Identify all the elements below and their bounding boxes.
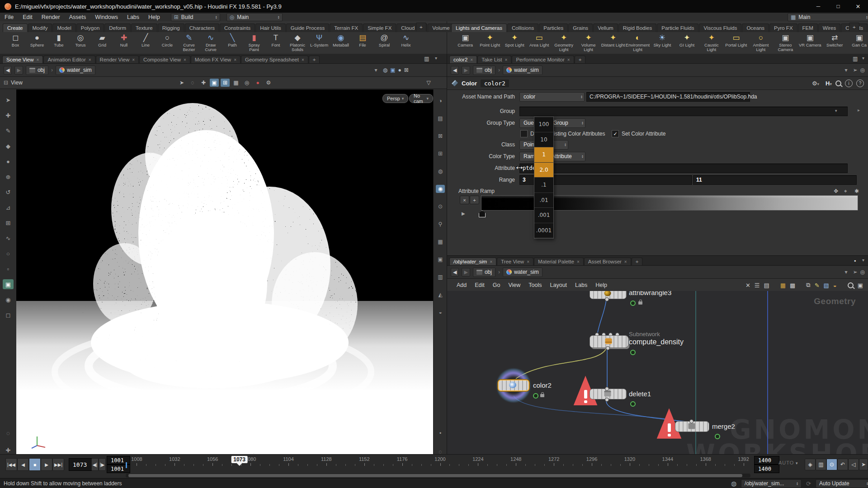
shelf-tool[interactable]: ✎ Curve Bezier — [178, 33, 200, 54]
context-selector[interactable]: /obj/water_sim... ▴▾ — [741, 479, 802, 488]
shelf-tool[interactable]: ✦ GI Light — [675, 33, 699, 54]
shelf-tool[interactable]: ▣ Gan Ca — [847, 33, 868, 54]
shelf-tab[interactable]: Create — [3, 23, 28, 32]
clock-badge-icon[interactable] — [630, 300, 636, 306]
pane-tab[interactable]: /obj/water_sim× — [449, 258, 496, 265]
persp-view-selector[interactable]: Persp▾ — [382, 94, 408, 103]
menu-item[interactable]: Labs — [123, 14, 144, 20]
minimize-button[interactable]: ─ — [808, 0, 828, 13]
shelf-tool[interactable]: ∿ Helix — [395, 33, 417, 54]
pane-tab[interactable]: Geometry Spreadsheet× — [241, 56, 308, 63]
tree-icon[interactable]: ☰ — [755, 282, 760, 289]
desktop-build-selector[interactable]: ⊞ Build ▴▾ — [171, 13, 220, 21]
spare-icon[interactable]: ◒ — [436, 308, 445, 316]
shelf-tab[interactable]: Guide Process — [286, 23, 329, 32]
lock-badge-icon[interactable] — [540, 394, 544, 397]
shelf-tool[interactable]: T Font — [265, 33, 287, 54]
help-icon[interactable]: ? — [856, 80, 864, 87]
shelf-tool[interactable]: ✦ Point Light — [477, 33, 502, 54]
close-tab-icon[interactable]: × — [577, 259, 580, 264]
shelf-tool[interactable]: ▰ Grid — [91, 33, 113, 54]
search-icon[interactable] — [835, 80, 841, 86]
back-icon[interactable]: ◀ — [451, 66, 459, 75]
asset-path-field[interactable]: C:/PROGRA~1/SIDEEF~1/HOUDIN~1.581/houdin… — [586, 92, 750, 102]
ramp-expand-icon[interactable]: ▶ — [462, 211, 465, 216]
ramp-anchor-icon[interactable]: ⌖ — [844, 188, 847, 194]
auto-key-dropdown-icon[interactable]: ▾ — [796, 461, 798, 465]
move-icon[interactable]: ✚ — [199, 79, 208, 87]
close-tab-icon[interactable]: × — [624, 259, 627, 264]
pane-tab[interactable]: Performance Monitor× — [512, 56, 574, 63]
shelf-tool[interactable]: ✦ Spot Light — [502, 33, 527, 54]
color-correction-icon[interactable]: ◈ — [805, 459, 816, 470]
grid-tool-icon[interactable]: ⊞ — [3, 218, 14, 228]
menu-item[interactable]: Windows — [90, 14, 123, 20]
shelf-tool[interactable]: ✦ Distant Light — [601, 33, 625, 54]
gear-icon[interactable]: ⚙ — [264, 79, 273, 87]
node-input-dot[interactable] — [605, 387, 609, 391]
bucket-icon[interactable]: ◒ — [833, 282, 837, 289]
shelf-tool[interactable]: ▭ Portal Light — [724, 33, 748, 54]
shelf-tool[interactable]: ╲ Path — [222, 33, 243, 54]
globe-icon[interactable]: ◍ — [731, 480, 736, 487]
menu-item[interactable]: Edit — [18, 14, 37, 20]
list-icon[interactable]: ▤ — [764, 282, 769, 289]
sculpt-tool-icon[interactable]: ◆ — [3, 141, 14, 151]
snapshot-icon[interactable]: ▣ — [858, 282, 863, 289]
normals-icon[interactable]: ⚲ — [436, 220, 445, 228]
clock-badge-icon[interactable] — [715, 434, 720, 439]
ladder-step[interactable]: 1 — [534, 147, 553, 163]
shelf-tool[interactable]: ● Sphere — [26, 33, 48, 54]
pin-icon[interactable]: ➢ — [853, 269, 857, 275]
scale-tool-icon[interactable]: ⊿ — [3, 202, 14, 212]
close-tab-icon[interactable]: × — [184, 57, 186, 62]
pin-icon[interactable]: ➢ — [853, 67, 857, 73]
shelf-tab[interactable]: Wires — [818, 23, 840, 32]
main-selector[interactable]: ◎ Main ▴▾ — [226, 13, 283, 21]
back-icon[interactable]: ◀ — [451, 268, 459, 277]
color-palette-icon[interactable]: ▦ — [780, 282, 786, 289]
shelf-tool[interactable]: Ψ L-System — [308, 33, 330, 54]
lasso-icon[interactable]: ◌ — [188, 79, 197, 87]
sphere-icon[interactable]: ● — [398, 67, 401, 73]
close-tab-icon[interactable]: × — [132, 57, 135, 62]
breadcrumb-context[interactable]: obj — [473, 267, 495, 277]
update-mode-selector[interactable]: Auto Update ▴▾ — [816, 479, 868, 488]
ladder-step[interactable]: .1 — [534, 178, 553, 193]
close-tab-icon[interactable]: × — [567, 57, 570, 62]
clock-badge-icon[interactable] — [533, 393, 538, 399]
camera-selector[interactable]: No cam▾ — [409, 94, 433, 103]
group-dropdown-icon[interactable]: ▾ — [835, 108, 837, 113]
layout-box-icon[interactable]: ▣ — [390, 67, 395, 73]
ladder-step[interactable]: 2.0 — [534, 163, 553, 178]
menu-item[interactable]: Help — [144, 14, 165, 20]
close-button[interactable]: ✕ — [848, 0, 868, 13]
menu-item[interactable]: View — [504, 282, 524, 288]
delete-existing-checkbox[interactable] — [520, 130, 528, 137]
shelf-tool[interactable]: ○ Ambient Light — [749, 33, 773, 54]
ortho-icon[interactable]: ⊞ — [436, 150, 445, 158]
value-ladder[interactable]: 1001012.0.1.01.001.0001 — [534, 117, 554, 239]
tools-icon[interactable]: ✕ — [745, 282, 750, 289]
path-dropdown[interactable]: ▾ — [98, 66, 380, 75]
shelf-tool[interactable]: ▭ Area Light — [527, 33, 551, 54]
path-dropdown[interactable]: ▾ — [545, 268, 850, 277]
brush-tool-icon[interactable]: ✎ — [3, 126, 14, 136]
lock-icon[interactable]: ⊠ — [404, 67, 409, 73]
pane-tab[interactable]: Animation Editor× — [43, 56, 95, 63]
shelf-tab[interactable]: Rigid Bodies — [618, 23, 657, 32]
globe-icon[interactable]: ◍ — [383, 67, 387, 73]
breadcrumb-node[interactable]: water_sim — [503, 66, 542, 75]
shelf-tab[interactable]: Particle Fluids — [657, 23, 698, 32]
row-expand-icon[interactable]: ▸ — [858, 108, 860, 113]
shelf-tab[interactable]: Simple FX — [363, 23, 396, 32]
shelf-tool[interactable]: ◉ Metaball — [330, 33, 352, 54]
range-max-field[interactable]: 11 — [693, 175, 857, 185]
menu-item[interactable]: Go — [489, 282, 505, 288]
shelf-tab[interactable]: Pyro FX — [769, 23, 797, 32]
shelf-tab[interactable]: Grains — [568, 23, 593, 32]
close-tab-icon[interactable]: × — [37, 57, 39, 62]
node-output-dot[interactable] — [606, 346, 610, 350]
shelf-tab[interactable]: Characters — [185, 23, 219, 32]
shelf-tool[interactable]: ✚ Null — [113, 33, 135, 54]
